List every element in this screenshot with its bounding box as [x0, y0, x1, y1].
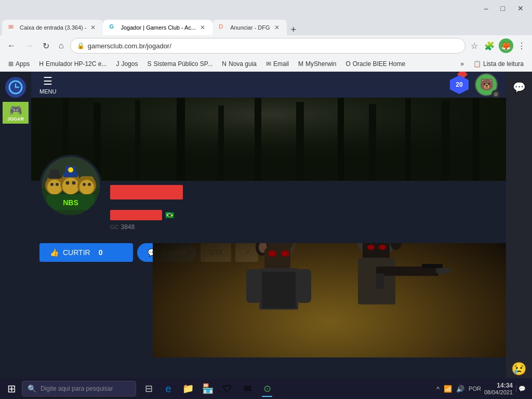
tab-gamersclub-close[interactable]: ✕ — [199, 23, 206, 32]
svg-point-51 — [62, 178, 79, 194]
like-button[interactable]: 👍 CURTIR 0 — [39, 243, 133, 262]
start-button[interactable]: ⊞ — [2, 379, 21, 398]
user-profile-area: 🐻 ⚙ — [475, 73, 498, 96]
svg-rect-14 — [473, 98, 480, 181]
extensions-button[interactable]: 🧩 — [482, 39, 497, 53]
bookmarks-bar: ⊞ Apps H Emulador HP-12C e... J Jogos S … — [0, 56, 532, 72]
bookmark-reading-list-label: Lista de leitura — [483, 60, 524, 68]
site-content: 🎮 JOGAR ☰ MENU 20 🐻 — [0, 72, 532, 399]
svg-rect-8 — [255, 98, 261, 181]
browser-chrome: – □ ✕ ✉ Caixa de entrada (3.364) - ✕ G J… — [0, 0, 532, 72]
svg-point-21 — [268, 250, 276, 257]
like-label: CURTIR — [63, 248, 90, 257]
bookmarks-star-button[interactable]: ☆ — [469, 39, 480, 53]
tab-gmail[interactable]: ✉ Caixa de entrada (3.364) - ✕ — [2, 20, 103, 35]
back-button[interactable]: ← — [4, 39, 19, 52]
close-button[interactable]: ✕ — [513, 0, 528, 17]
taskbar-search[interactable]: 🔍 Digite aqui para pesquisar — [22, 381, 136, 396]
gc-logo[interactable] — [5, 77, 26, 98]
mysherwin-bookmark-icon: M — [298, 60, 303, 68]
oracle-bookmark-icon: O — [345, 60, 350, 68]
bookmark-sistema[interactable]: S Sistema Público SP... — [143, 59, 217, 69]
svg-rect-7 — [218, 105, 224, 181]
tab-dfg-close[interactable]: ✕ — [273, 23, 281, 32]
bookmarks-more-button[interactable]: » — [456, 59, 468, 69]
home-button[interactable]: ⌂ — [56, 39, 67, 52]
hp12c-bookmark-icon: H — [39, 60, 44, 68]
level-badge[interactable]: 20 — [450, 75, 469, 94]
hamburger-icon: ☰ — [43, 75, 52, 87]
bookmark-nova-guia[interactable]: N Nova guia — [218, 59, 261, 69]
svg-point-44 — [50, 183, 54, 186]
forward-button[interactable]: → — [22, 39, 36, 52]
clock-date: 08/04/2021 — [484, 389, 513, 395]
tab-gmail-close[interactable]: ✕ — [89, 23, 97, 32]
svg-rect-37 — [436, 268, 450, 273]
bookmark-apps-label: Apps — [16, 60, 30, 68]
language-label[interactable]: POR — [469, 385, 481, 392]
left-sidebar: 🎮 JOGAR — [0, 72, 31, 399]
taskbar-app-shield[interactable]: 🛡 — [218, 379, 237, 398]
taskbar-app-mail[interactable]: ✉ — [238, 379, 257, 398]
svg-rect-12 — [405, 98, 411, 181]
bookmark-apps[interactable]: ⊞ Apps — [4, 59, 34, 69]
bookmark-oracle-label: Oracle BIEE Home — [353, 60, 405, 68]
level-hexagon: 20 — [450, 75, 469, 94]
systray-up-arrow[interactable]: ^ — [436, 385, 440, 393]
bookmark-oracle[interactable]: O Oracle BIEE Home — [341, 59, 409, 69]
lock-icon: 🔒 — [77, 42, 85, 49]
reload-button[interactable]: ↻ — [39, 39, 52, 53]
new-tab-button[interactable]: + — [287, 24, 301, 35]
browser-menu-button[interactable]: ⋮ — [515, 39, 528, 53]
taskbar-app-chrome[interactable]: ⊙ — [258, 379, 276, 398]
volume-icon[interactable]: 🔊 — [456, 385, 464, 393]
browser-profile-avatar[interactable]: 🦊 — [499, 38, 513, 53]
reading-list-icon: 📋 — [473, 60, 481, 68]
taskbar-right: ^ 📶 🔊 POR 14:34 08/04/2021 💬 — [436, 382, 530, 395]
play-label: JOGAR — [7, 116, 24, 122]
tab-bar: ✉ Caixa de entrada (3.364) - ✕ G Jogador… — [0, 17, 532, 35]
svg-point-53 — [72, 181, 76, 185]
taskbar-app-edge[interactable]: e — [159, 379, 178, 398]
level-number: 20 — [456, 81, 462, 88]
svg-point-22 — [281, 250, 289, 257]
minimize-button[interactable]: – — [480, 0, 493, 17]
play-button[interactable]: 🎮 JOGAR — [3, 102, 29, 124]
svg-rect-6 — [177, 98, 185, 181]
bookmark-nova-guia-label: Nova guia — [229, 60, 257, 68]
top-nav: ☰ MENU 20 🐻 ⚙ — [31, 72, 506, 98]
restore-button[interactable]: □ — [497, 0, 509, 17]
url-bar[interactable]: 🔒 gamersclub.com.br/jogador/ — [70, 38, 466, 54]
clock-time: 14:34 — [484, 382, 513, 389]
bookmark-jogos[interactable]: J Jogos — [112, 59, 142, 69]
bookmark-mysherwin[interactable]: M MySherwin — [294, 59, 340, 69]
settings-icon[interactable]: ⚙ — [491, 90, 500, 98]
tab-dfg[interactable]: D Anunciar - DFG ✕ — [212, 20, 286, 35]
tab-gamersclub[interactable]: G Jogador | Gamers Club - Ac... ✕ — [103, 20, 212, 35]
svg-rect-47 — [50, 169, 59, 177]
svg-point-31 — [379, 245, 386, 250]
bookmark-hp12c[interactable]: H Emulador HP-12C e... — [35, 59, 111, 69]
svg-point-56 — [68, 167, 73, 172]
time-display[interactable]: 14:34 08/04/2021 — [484, 382, 513, 395]
chat-button[interactable]: 💬 — [509, 77, 530, 98]
menu-button[interactable]: ☰ MENU — [39, 75, 56, 95]
nav-right: 20 🐻 ⚙ — [450, 73, 498, 96]
svg-rect-2 — [31, 98, 506, 181]
tab-gamersclub-title: Jogador | Gamers Club - Ac... — [121, 24, 196, 31]
network-icon[interactable]: 📶 — [444, 385, 452, 393]
sistema-bookmark-icon: S — [147, 60, 151, 68]
svg-rect-26 — [297, 269, 311, 303]
player-name-redacted — [110, 185, 183, 200]
taskbar: ⊞ 🔍 Digite aqui para pesquisar ⊟ e 📁 🏪 🛡… — [0, 378, 532, 399]
tab-dfg-title: Anunciar - DFG — [230, 24, 270, 31]
bookmark-reading-list[interactable]: 📋 Lista de leitura — [469, 59, 528, 69]
svg-point-30 — [367, 245, 375, 250]
show-desktop-icon[interactable]: 💬 — [516, 385, 526, 392]
bookmark-hp12c-label: Emulador HP-12C e... — [46, 60, 107, 68]
bookmark-email[interactable]: ✉ Email — [262, 59, 293, 69]
taskbar-app-store[interactable]: 🏪 — [198, 379, 217, 398]
taskbar-app-view[interactable]: ⊟ — [139, 379, 158, 398]
svg-text:NBS: NBS — [63, 198, 78, 207]
taskbar-app-explorer[interactable]: 📁 — [179, 379, 197, 398]
